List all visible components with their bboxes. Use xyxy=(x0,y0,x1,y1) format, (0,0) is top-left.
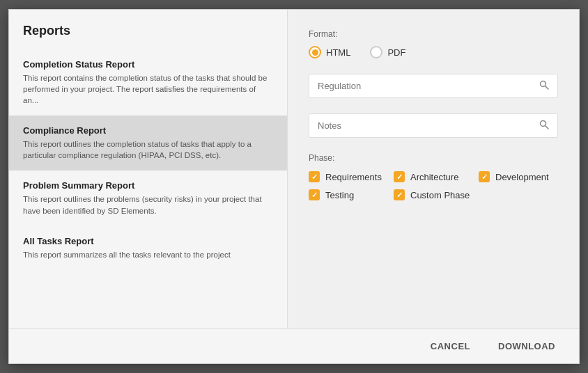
report-title-all-tasks: All Tasks Report xyxy=(23,236,273,246)
report-title-completion-status: Completion Status Report xyxy=(23,59,273,70)
report-desc-completion-status: This report contains the completion stat… xyxy=(23,72,273,106)
report-desc-compliance: This report outlines the completion stat… xyxy=(23,138,273,161)
report-title-compliance: Compliance Report xyxy=(23,125,273,136)
phase-checkbox-architecture[interactable] xyxy=(394,171,405,182)
report-item-all-tasks[interactable]: All Tasks Report This report summarizes … xyxy=(9,226,287,270)
phase-checkbox-development[interactable] xyxy=(479,171,490,182)
format-label: Format: xyxy=(309,29,558,39)
notes-field[interactable] xyxy=(309,113,558,138)
report-title-problem-summary: Problem Summary Report xyxy=(23,180,273,191)
report-item-compliance[interactable]: Compliance Report This report outlines t… xyxy=(9,116,287,170)
phase-label-development: Development xyxy=(495,172,549,182)
phase-label-custom-phase: Custom Phase xyxy=(410,190,470,200)
svg-line-1 xyxy=(546,86,549,90)
report-item-problem-summary[interactable]: Problem Summary Report This report outli… xyxy=(9,170,287,225)
panel-title: Reports xyxy=(9,24,287,49)
phase-item-development[interactable]: Development xyxy=(479,171,558,182)
phase-label: Phase: xyxy=(309,153,558,163)
phase-grid: Requirements Architecture Development Te… xyxy=(309,171,558,200)
phase-item-custom-phase[interactable]: Custom Phase xyxy=(394,189,473,200)
report-item-completion-status[interactable]: Completion Status Report This report con… xyxy=(9,49,287,116)
left-panel: Reports Completion Status Report This re… xyxy=(9,10,288,328)
regulation-field[interactable] xyxy=(309,74,558,98)
phase-item-architecture[interactable]: Architecture xyxy=(394,171,473,182)
report-desc-all-tasks: This report summarizes all the tasks rel… xyxy=(23,249,273,260)
phase-label-requirements: Requirements xyxy=(325,172,382,182)
phase-group: Phase: Requirements Architecture Develop… xyxy=(309,153,558,200)
format-radio-group: HTML PDF xyxy=(309,46,558,58)
phase-label-testing: Testing xyxy=(325,190,354,200)
format-pdf-option[interactable]: PDF xyxy=(370,46,405,58)
phase-item-requirements[interactable]: Requirements xyxy=(309,171,388,182)
phase-checkbox-requirements[interactable] xyxy=(309,171,320,182)
phase-checkbox-custom-phase[interactable] xyxy=(394,189,405,200)
dialog-body: Reports Completion Status Report This re… xyxy=(9,10,579,328)
format-group: Format: HTML PDF xyxy=(309,29,558,58)
download-button[interactable]: DOWNLOAD xyxy=(491,337,562,356)
format-html-option[interactable]: HTML xyxy=(309,46,350,58)
report-list: Completion Status Report This report con… xyxy=(9,49,287,270)
reports-dialog: Reports Completion Status Report This re… xyxy=(8,9,580,364)
phase-checkbox-testing[interactable] xyxy=(309,189,320,200)
notes-search-icon xyxy=(539,120,549,132)
regulation-input[interactable] xyxy=(318,81,539,91)
html-label: HTML xyxy=(326,47,350,58)
regulation-group xyxy=(309,74,558,98)
notes-input[interactable] xyxy=(318,120,539,131)
right-panel: Format: HTML PDF xyxy=(288,10,579,328)
html-radio[interactable] xyxy=(309,46,321,58)
phase-label-architecture: Architecture xyxy=(410,172,458,182)
pdf-radio[interactable] xyxy=(370,46,382,58)
notes-group xyxy=(309,113,558,138)
report-desc-problem-summary: This report outlines the problems (secur… xyxy=(23,193,273,216)
dialog-footer: CANCEL DOWNLOAD xyxy=(9,328,579,363)
svg-line-3 xyxy=(546,126,549,129)
regulation-search-icon xyxy=(539,80,549,92)
pdf-label: PDF xyxy=(387,47,405,58)
phase-item-testing[interactable]: Testing xyxy=(309,189,388,200)
cancel-button[interactable]: CANCEL xyxy=(424,337,477,356)
